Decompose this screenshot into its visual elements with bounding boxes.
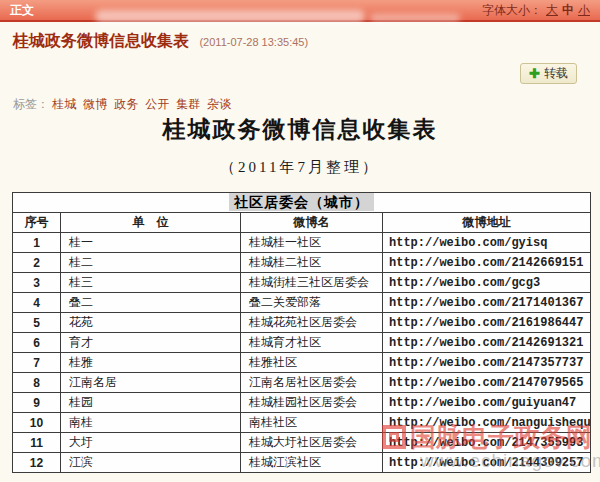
content-tab-label: 正文 (10, 2, 34, 19)
cell-weibo-name: 江南名居社区居委会 (241, 373, 383, 393)
table-row: 2桂二桂城桂二社区http://weibo.com/2142669151 (13, 253, 591, 273)
cell-weibo-url: http://weibo.com/gyisq (383, 233, 591, 253)
weibo-table: 社区居委会（城市） 序号 单 位 微博名 微博地址 1桂一桂城桂一社区http:… (12, 192, 591, 473)
post-timestamp: (2011-07-28 13:35:45) (199, 36, 308, 48)
repost-button[interactable]: ✚ 转载 (520, 63, 577, 84)
table-row: 3桂三桂城街桂三社区居委会http://weibo.com/gcg3 (13, 273, 591, 293)
table-section-row: 社区居委会（城市） (13, 193, 591, 213)
article-subtitle: （2011年7月整理） (0, 158, 600, 177)
cell-serial-number: 2 (13, 253, 61, 273)
cell-weibo-name: 桂城育才社区 (241, 333, 383, 353)
column-header-name: 微博名 (241, 213, 383, 233)
cell-weibo-url: http://weibo.com/guiyuan47 (383, 393, 591, 413)
cell-weibo-url: http://weibo.com/2171401367 (383, 293, 591, 313)
top-bar: 正文 字体大小：大中小 (0, 0, 600, 22)
table-row: 6育才桂城育才社区http://weibo.com/2142691321 (13, 333, 591, 353)
cell-serial-number: 4 (13, 293, 61, 313)
tags-label: 标签： (13, 97, 49, 111)
font-size-control: 字体大小：大中小 (482, 2, 590, 19)
cell-serial-number: 5 (13, 313, 61, 333)
table-row: 10南桂南桂社区http://weibo.com/nanguishequ (13, 413, 591, 433)
weibo-url-link[interactable]: http://weibo.com/2147079565 (389, 376, 583, 390)
cell-weibo-url: http://weibo.com/2147357737 (383, 353, 591, 373)
cell-weibo-url: http://weibo.com/nanguishequ (383, 413, 591, 433)
table-row: 8江南名居江南名居社区居委会http://weibo.com/214707956… (13, 373, 591, 393)
font-size-medium[interactable]: 中 (562, 3, 574, 17)
table-row: 12江滨桂城江滨社区http://weibo.com/2144309257 (13, 453, 591, 473)
cell-unit: 大圩 (61, 433, 241, 453)
cell-weibo-name: 桂城桂一社区 (241, 233, 383, 253)
weibo-url-link[interactable]: http://weibo.com/2171401367 (389, 296, 583, 310)
table-row: 1桂一桂城桂一社区http://weibo.com/gyisq (13, 233, 591, 253)
weibo-url-link[interactable]: http://weibo.com/gcg3 (389, 276, 540, 290)
font-size-large[interactable]: 大 (546, 3, 558, 17)
tag-link[interactable]: 政务 (114, 97, 138, 111)
weibo-url-link[interactable]: http://weibo.com/2147355993 (389, 436, 583, 450)
tag-link[interactable]: 集群 (176, 97, 200, 111)
cell-weibo-url: http://weibo.com/2142691321 (383, 333, 591, 353)
cell-weibo-url: http://weibo.com/2147079565 (383, 373, 591, 393)
tag-link[interactable]: 公开 (145, 97, 169, 111)
cell-weibo-name: 桂城江滨社区 (241, 453, 383, 473)
tags-row: 标签： 桂城微博政务公开集群杂谈 (13, 96, 238, 113)
column-header-no: 序号 (13, 213, 61, 233)
cell-serial-number: 10 (13, 413, 61, 433)
plus-icon: ✚ (529, 67, 540, 80)
cell-unit: 江南名居 (61, 373, 241, 393)
weibo-url-link[interactable]: http://weibo.com/2142691321 (389, 336, 583, 350)
cell-weibo-name: 桂城大圩社区居委会 (241, 433, 383, 453)
cell-unit: 桂园 (61, 393, 241, 413)
cell-serial-number: 3 (13, 273, 61, 293)
cell-serial-number: 12 (13, 453, 61, 473)
table-row: 7桂雅桂雅社区http://weibo.com/2147357737 (13, 353, 591, 373)
tag-link[interactable]: 微博 (83, 97, 107, 111)
table-row: 5花苑桂城花苑社区居委会http://weibo.com/2161986447 (13, 313, 591, 333)
cell-unit: 桂二 (61, 253, 241, 273)
cell-unit: 南桂 (61, 413, 241, 433)
table-row: 4叠二叠二关爱部落http://weibo.com/2171401367 (13, 293, 591, 313)
table-row: 11大圩桂城大圩社区居委会http://weibo.com/2147355993 (13, 433, 591, 453)
weibo-url-link[interactable]: http://weibo.com/2144309257 (389, 456, 583, 470)
cell-weibo-name: 南桂社区 (241, 413, 383, 433)
cell-serial-number: 9 (13, 393, 61, 413)
cell-serial-number: 7 (13, 353, 61, 373)
cell-unit: 花苑 (61, 313, 241, 333)
cell-weibo-url: http://weibo.com/2144309257 (383, 453, 591, 473)
cell-unit: 桂一 (61, 233, 241, 253)
cell-serial-number: 6 (13, 333, 61, 353)
cell-weibo-name: 桂城花苑社区居委会 (241, 313, 383, 333)
cell-weibo-name: 桂城桂二社区 (241, 253, 383, 273)
weibo-url-link[interactable]: http://weibo.com/2161986447 (389, 316, 583, 330)
table-header-row: 序号 单 位 微博名 微博地址 (13, 213, 591, 233)
cell-serial-number: 1 (13, 233, 61, 253)
font-size-small[interactable]: 小 (578, 3, 590, 17)
cell-weibo-name: 桂城桂园社区居委会 (241, 393, 383, 413)
table-section-cell: 社区居委会（城市） (13, 193, 591, 213)
cell-unit: 桂三 (61, 273, 241, 293)
table-section-title: 社区居委会（城市） (229, 193, 374, 211)
cell-weibo-name: 叠二关爱部落 (241, 293, 383, 313)
column-header-unit: 单 位 (61, 213, 241, 233)
post-title: 桂城政务微博信息收集表 (13, 32, 189, 49)
cell-unit: 育才 (61, 333, 241, 353)
cell-weibo-name: 桂城街桂三社区居委会 (241, 273, 383, 293)
cell-unit: 叠二 (61, 293, 241, 313)
cell-serial-number: 11 (13, 433, 61, 453)
cell-weibo-url: http://weibo.com/gcg3 (383, 273, 591, 293)
cell-weibo-name: 桂雅社区 (241, 353, 383, 373)
weibo-url-link[interactable]: http://weibo.com/nanguishequ (389, 416, 591, 430)
weibo-url-link[interactable]: http://weibo.com/2147357737 (389, 356, 583, 370)
cell-unit: 江滨 (61, 453, 241, 473)
tags-container: 桂城微博政务公开集群杂谈 (52, 97, 238, 111)
font-size-label: 字体大小： (482, 3, 542, 17)
weibo-url-link[interactable]: http://weibo.com/guiyuan47 (389, 396, 576, 410)
tag-link[interactable]: 桂城 (52, 97, 76, 111)
cell-unit: 桂雅 (61, 353, 241, 373)
tag-link[interactable]: 杂谈 (207, 97, 231, 111)
cell-weibo-url: http://weibo.com/2161986447 (383, 313, 591, 333)
cell-weibo-url: http://weibo.com/2142669151 (383, 253, 591, 273)
weibo-url-link[interactable]: http://weibo.com/gyisq (389, 236, 547, 250)
weibo-url-link[interactable]: http://weibo.com/2142669151 (389, 256, 583, 270)
cell-serial-number: 8 (13, 373, 61, 393)
repost-button-label: 转载 (544, 65, 568, 82)
